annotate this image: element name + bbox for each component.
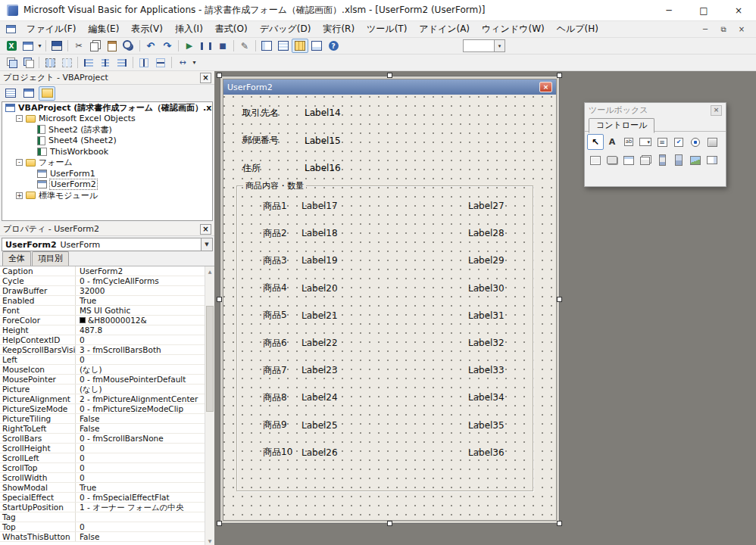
commandbutton-icon[interactable] [604,152,620,168]
tree-item-modules-folder[interactable]: + 標準モジュール [2,190,212,201]
properties-tab[interactable]: 全体 [2,251,31,266]
paste-icon[interactable] [104,39,120,53]
checkbox-icon[interactable] [670,134,687,150]
project-panel-close-icon[interactable]: × [200,73,211,83]
toggle-folders-icon[interactable] [39,86,55,101]
product-amt-label[interactable]: Label33 [468,365,505,375]
property-row[interactable]: Top 0 [0,522,205,532]
product-caption-label[interactable]: 商品1 [263,200,301,213]
userform-close-icon[interactable]: × [539,82,552,92]
toolbox-icon[interactable] [292,39,308,53]
resize-handle-nw[interactable] [217,73,222,78]
product-qty-label[interactable]: Label20 [301,283,468,294]
scrollbar-icon[interactable] [654,152,670,168]
tree-item-forms-folder[interactable]: - フォーム [2,157,212,169]
refedit-icon[interactable] [704,152,720,168]
center-vertically-icon[interactable] [152,55,169,70]
property-value[interactable]: 0 [76,335,205,344]
property-value[interactable]: 487.8 [76,325,205,335]
help-icon[interactable] [325,39,342,53]
toolbar-combobox[interactable]: ▾ [463,39,505,52]
property-value[interactable]: 0 - fmPictureSizeModeClip [76,404,205,413]
userform-design-surface[interactable]: 取引先名 Label14 郵便番号 Label15 住所 Label [223,95,556,520]
property-row[interactable]: ScrollHeight 0 [0,444,205,453]
property-row[interactable]: ScrollWidth 0 [0,473,205,483]
product-qty-label[interactable]: Label24 [301,392,468,403]
product-qty-label[interactable]: Label25 [301,420,468,431]
property-value[interactable]: 0 - fmMousePointerDefault [76,375,205,384]
toolbox-tab-controls[interactable]: コントロール [589,118,654,133]
product-amt-label[interactable]: Label28 [468,228,505,238]
reset-icon[interactable] [214,39,231,53]
product-qty-label[interactable]: Label21 [301,310,468,321]
run-icon[interactable] [181,39,198,53]
property-row[interactable]: ScrollTop 0 [0,463,205,473]
property-value[interactable]: 0 [76,522,205,531]
scroll-down-icon[interactable]: ▼ [205,536,214,545]
property-value[interactable]: False [76,532,205,541]
property-row[interactable]: MousePointer 0 - fmMousePointerDefault [0,375,205,385]
property-row[interactable]: PictureAlignment 2 - fmPictureAlignmentC… [0,394,205,404]
resize-handle-se[interactable] [557,521,562,526]
tree-item-excel-objects[interactable]: - Microsoft Excel Objects [2,114,212,125]
product-amt-label[interactable]: Label30 [468,283,505,294]
scroll-up-icon[interactable]: ▲ [205,266,214,276]
property-row[interactable]: PictureTiling False [0,414,205,424]
property-value[interactable]: MS UI Gothic [76,306,205,315]
properties-window-icon[interactable] [275,39,292,53]
save-icon[interactable] [48,39,65,53]
property-value[interactable]: False [76,424,205,433]
property-row[interactable]: HelpContextID 0 [0,335,205,345]
property-row[interactable]: ScrollLeft 0 [0,453,205,463]
align-right-icon[interactable] [114,55,130,70]
multipage-icon[interactable] [637,152,654,168]
redo-icon[interactable] [159,39,176,53]
design-mode-icon[interactable] [236,39,253,53]
resize-handle-sw[interactable] [217,521,222,526]
menu-item[interactable]: ファイル(F) [20,21,82,37]
properties-scrollbar[interactable]: ▲ ▼ [205,266,214,545]
menu-item[interactable]: ヘルプ(H) [551,21,604,37]
caret-icon[interactable] [36,39,43,53]
product-caption-label[interactable]: 商品7 [263,364,301,377]
property-row[interactable]: ShowModal True [0,483,205,493]
product-caption-label[interactable]: 商品10 [263,446,301,459]
product-caption-label[interactable]: 商品5 [263,309,301,322]
menu-item[interactable]: デバッグ(D) [254,21,317,37]
listbox-icon[interactable] [654,134,670,150]
form-caption-label[interactable]: 取引先名 [242,107,305,120]
align-left-icon[interactable] [80,55,97,70]
tree-item-userform1[interactable]: UserForm1 [2,168,212,179]
send-to-back-icon[interactable] [20,55,36,70]
property-value[interactable]: 0 - fmCycleAllForms [76,276,205,285]
property-row[interactable]: ScrollBars 0 - fmScrollBarsNone [0,434,205,444]
make-same-width-icon[interactable] [174,55,191,70]
ungroup-icon[interactable] [58,55,75,70]
property-row[interactable]: Picture (なし) [0,385,205,394]
property-row[interactable]: KeepScrollBarsVisible 3 - fmScrollBarsBo… [0,345,205,355]
product-amt-label[interactable]: Label35 [468,420,505,431]
menu-item[interactable]: アドイン(A) [413,21,476,37]
property-value[interactable]: (なし) [76,385,205,394]
property-value[interactable]: 0 [76,463,205,472]
product-qty-label[interactable]: Label17 [301,201,468,211]
property-row[interactable]: Cycle 0 - fmCycleAllForms [0,276,205,286]
product-amt-label[interactable]: Label34 [468,392,505,403]
product-caption-label[interactable]: 商品6 [263,337,301,350]
resize-handle-w[interactable] [217,297,222,302]
product-amt-label[interactable]: Label29 [468,255,505,266]
property-value[interactable]: (なし) [76,365,205,374]
textbox-icon[interactable] [620,134,637,150]
property-row[interactable]: Left 0 [0,355,205,365]
maximize-button[interactable]: □ [686,0,721,20]
form-caption-label[interactable]: 住所 [242,162,305,175]
undo-icon[interactable] [142,39,159,53]
product-qty-label[interactable]: Label23 [301,365,468,375]
product-amt-label[interactable]: Label36 [468,447,505,458]
select-icon[interactable] [587,134,604,150]
object-browser-icon[interactable] [308,39,325,53]
spinbutton-icon[interactable] [670,152,687,168]
properties-tab[interactable]: 項目別 [32,251,69,266]
product-qty-label[interactable]: Label22 [301,338,468,348]
scrollbar-thumb[interactable] [206,306,214,412]
